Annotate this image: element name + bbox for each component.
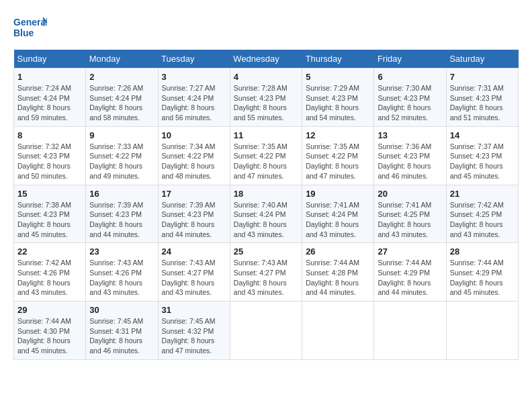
day-number: 19 bbox=[306, 189, 370, 199]
logo: General Blue bbox=[13, 13, 47, 43]
calendar-cell: 7 Sunrise: 7:31 AM Sunset: 4:23 PM Dayli… bbox=[446, 68, 518, 127]
day-number: 15 bbox=[17, 189, 82, 199]
weekday-header-sunday: Sunday bbox=[14, 50, 86, 68]
calendar-cell: 4 Sunrise: 7:28 AM Sunset: 4:23 PM Dayli… bbox=[230, 68, 302, 127]
day-info: Sunrise: 7:40 AM Sunset: 4:24 PM Dayligh… bbox=[234, 200, 298, 240]
day-number: 18 bbox=[234, 189, 298, 199]
logo-icon: General Blue bbox=[13, 13, 47, 40]
calendar-cell: 10 Sunrise: 7:34 AM Sunset: 4:22 PM Dayl… bbox=[158, 126, 230, 185]
day-number: 4 bbox=[234, 72, 298, 82]
calendar-week-3: 15 Sunrise: 7:38 AM Sunset: 4:23 PM Dayl… bbox=[14, 185, 519, 243]
day-info: Sunrise: 7:42 AM Sunset: 4:25 PM Dayligh… bbox=[450, 200, 515, 240]
day-info: Sunrise: 7:44 AM Sunset: 4:28 PM Dayligh… bbox=[306, 258, 370, 298]
day-info: Sunrise: 7:41 AM Sunset: 4:24 PM Dayligh… bbox=[306, 200, 370, 240]
day-number: 14 bbox=[450, 130, 515, 140]
day-info: Sunrise: 7:37 AM Sunset: 4:23 PM Dayligh… bbox=[450, 142, 515, 181]
calendar-cell: 22 Sunrise: 7:42 AM Sunset: 4:26 PM Dayl… bbox=[14, 243, 86, 302]
calendar-cell: 14 Sunrise: 7:37 AM Sunset: 4:23 PM Dayl… bbox=[446, 126, 518, 185]
day-info: Sunrise: 7:34 AM Sunset: 4:22 PM Dayligh… bbox=[162, 142, 226, 181]
calendar-cell: 8 Sunrise: 7:32 AM Sunset: 4:23 PM Dayli… bbox=[14, 126, 86, 185]
day-info: Sunrise: 7:45 AM Sunset: 4:31 PM Dayligh… bbox=[89, 316, 154, 356]
day-number: 31 bbox=[162, 305, 226, 315]
weekday-header-saturday: Saturday bbox=[446, 50, 518, 68]
calendar-cell: 27 Sunrise: 7:44 AM Sunset: 4:29 PM Dayl… bbox=[374, 243, 446, 302]
calendar-cell: 24 Sunrise: 7:43 AM Sunset: 4:27 PM Dayl… bbox=[158, 243, 230, 302]
day-number: 29 bbox=[17, 305, 82, 315]
day-info: Sunrise: 7:41 AM Sunset: 4:25 PM Dayligh… bbox=[378, 200, 442, 240]
day-number: 17 bbox=[162, 189, 226, 199]
day-info: Sunrise: 7:33 AM Sunset: 4:22 PM Dayligh… bbox=[89, 142, 154, 181]
calendar-week-5: 29 Sunrise: 7:44 AM Sunset: 4:30 PM Dayl… bbox=[14, 302, 519, 360]
day-number: 6 bbox=[378, 72, 442, 82]
day-info: Sunrise: 7:45 AM Sunset: 4:32 PM Dayligh… bbox=[162, 316, 226, 356]
day-number: 12 bbox=[306, 130, 370, 140]
calendar-cell: 20 Sunrise: 7:41 AM Sunset: 4:25 PM Dayl… bbox=[374, 185, 446, 243]
calendar-cell bbox=[302, 302, 374, 360]
calendar-cell: 28 Sunrise: 7:44 AM Sunset: 4:29 PM Dayl… bbox=[446, 243, 518, 302]
calendar-cell: 13 Sunrise: 7:36 AM Sunset: 4:23 PM Dayl… bbox=[374, 126, 446, 185]
day-info: Sunrise: 7:44 AM Sunset: 4:29 PM Dayligh… bbox=[450, 258, 515, 298]
svg-text:General: General bbox=[13, 17, 47, 28]
calendar-cell: 25 Sunrise: 7:43 AM Sunset: 4:27 PM Dayl… bbox=[230, 243, 302, 302]
calendar-week-4: 22 Sunrise: 7:42 AM Sunset: 4:26 PM Dayl… bbox=[14, 243, 519, 302]
day-number: 5 bbox=[306, 72, 370, 82]
day-info: Sunrise: 7:27 AM Sunset: 4:24 PM Dayligh… bbox=[162, 83, 226, 123]
day-info: Sunrise: 7:32 AM Sunset: 4:23 PM Dayligh… bbox=[17, 142, 82, 181]
day-number: 21 bbox=[450, 189, 515, 199]
day-info: Sunrise: 7:31 AM Sunset: 4:23 PM Dayligh… bbox=[450, 83, 515, 123]
calendar-cell: 12 Sunrise: 7:35 AM Sunset: 4:22 PM Dayl… bbox=[302, 126, 374, 185]
day-info: Sunrise: 7:43 AM Sunset: 4:26 PM Dayligh… bbox=[89, 258, 154, 298]
day-info: Sunrise: 7:30 AM Sunset: 4:23 PM Dayligh… bbox=[378, 83, 442, 123]
calendar-cell: 15 Sunrise: 7:38 AM Sunset: 4:23 PM Dayl… bbox=[14, 185, 86, 243]
calendar-cell: 30 Sunrise: 7:45 AM Sunset: 4:31 PM Dayl… bbox=[86, 302, 158, 360]
day-info: Sunrise: 7:35 AM Sunset: 4:22 PM Dayligh… bbox=[234, 142, 298, 181]
weekday-header-monday: Monday bbox=[86, 50, 158, 68]
day-number: 27 bbox=[378, 246, 442, 257]
day-number: 22 bbox=[17, 246, 82, 257]
calendar-cell: 21 Sunrise: 7:42 AM Sunset: 4:25 PM Dayl… bbox=[446, 185, 518, 243]
calendar-cell: 19 Sunrise: 7:41 AM Sunset: 4:24 PM Dayl… bbox=[302, 185, 374, 243]
calendar-table: SundayMondayTuesdayWednesdayThursdayFrid… bbox=[13, 50, 519, 360]
day-info: Sunrise: 7:29 AM Sunset: 4:23 PM Dayligh… bbox=[306, 83, 370, 123]
day-info: Sunrise: 7:44 AM Sunset: 4:29 PM Dayligh… bbox=[378, 258, 442, 298]
day-number: 20 bbox=[378, 189, 442, 199]
day-number: 16 bbox=[89, 189, 154, 199]
calendar-week-2: 8 Sunrise: 7:32 AM Sunset: 4:23 PM Dayli… bbox=[14, 126, 519, 185]
weekday-header-wednesday: Wednesday bbox=[230, 50, 302, 68]
calendar-cell: 11 Sunrise: 7:35 AM Sunset: 4:22 PM Dayl… bbox=[230, 126, 302, 185]
calendar-cell: 18 Sunrise: 7:40 AM Sunset: 4:24 PM Dayl… bbox=[230, 185, 302, 243]
day-number: 7 bbox=[450, 72, 515, 82]
day-number: 13 bbox=[378, 130, 442, 140]
day-number: 1 bbox=[17, 72, 82, 82]
day-info: Sunrise: 7:38 AM Sunset: 4:23 PM Dayligh… bbox=[17, 200, 82, 240]
calendar-cell: 1 Sunrise: 7:24 AM Sunset: 4:24 PM Dayli… bbox=[14, 68, 86, 127]
day-info: Sunrise: 7:26 AM Sunset: 4:24 PM Dayligh… bbox=[89, 83, 154, 123]
calendar-cell: 23 Sunrise: 7:43 AM Sunset: 4:26 PM Dayl… bbox=[86, 243, 158, 302]
calendar-header: SundayMondayTuesdayWednesdayThursdayFrid… bbox=[14, 50, 519, 68]
calendar-cell: 26 Sunrise: 7:44 AM Sunset: 4:28 PM Dayl… bbox=[302, 243, 374, 302]
calendar-week-1: 1 Sunrise: 7:24 AM Sunset: 4:24 PM Dayli… bbox=[14, 68, 519, 127]
day-number: 9 bbox=[89, 130, 154, 140]
calendar-cell bbox=[374, 302, 446, 360]
day-info: Sunrise: 7:24 AM Sunset: 4:24 PM Dayligh… bbox=[17, 83, 82, 123]
calendar-cell bbox=[446, 302, 518, 360]
weekday-header-thursday: Thursday bbox=[302, 50, 374, 68]
day-number: 8 bbox=[17, 130, 82, 140]
day-number: 10 bbox=[162, 130, 226, 140]
calendar-cell: 9 Sunrise: 7:33 AM Sunset: 4:22 PM Dayli… bbox=[86, 126, 158, 185]
day-info: Sunrise: 7:43 AM Sunset: 4:27 PM Dayligh… bbox=[162, 258, 226, 298]
day-number: 3 bbox=[162, 72, 226, 82]
calendar-cell: 17 Sunrise: 7:39 AM Sunset: 4:23 PM Dayl… bbox=[158, 185, 230, 243]
day-number: 2 bbox=[89, 72, 154, 82]
day-info: Sunrise: 7:42 AM Sunset: 4:26 PM Dayligh… bbox=[17, 258, 82, 298]
calendar-cell: 2 Sunrise: 7:26 AM Sunset: 4:24 PM Dayli… bbox=[86, 68, 158, 127]
day-number: 25 bbox=[234, 246, 298, 257]
day-number: 30 bbox=[89, 305, 154, 315]
calendar-cell: 31 Sunrise: 7:45 AM Sunset: 4:32 PM Dayl… bbox=[158, 302, 230, 360]
day-info: Sunrise: 7:44 AM Sunset: 4:30 PM Dayligh… bbox=[17, 316, 82, 356]
calendar-cell: 16 Sunrise: 7:39 AM Sunset: 4:23 PM Dayl… bbox=[86, 185, 158, 243]
weekday-header-tuesday: Tuesday bbox=[158, 50, 230, 68]
calendar-cell: 5 Sunrise: 7:29 AM Sunset: 4:23 PM Dayli… bbox=[302, 68, 374, 127]
day-number: 28 bbox=[450, 246, 515, 257]
day-info: Sunrise: 7:39 AM Sunset: 4:23 PM Dayligh… bbox=[89, 200, 154, 240]
